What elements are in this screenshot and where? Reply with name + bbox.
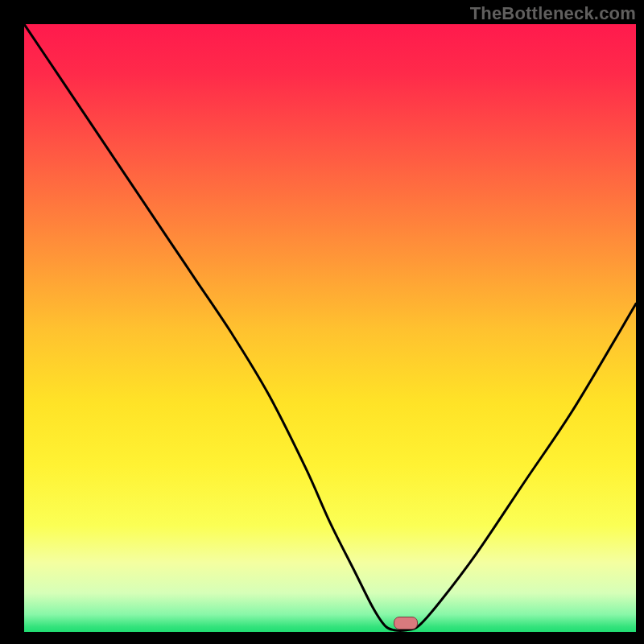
optimal-marker [394, 617, 418, 630]
bottleneck-curve [24, 24, 636, 632]
plot-area [24, 24, 636, 632]
chart-frame: TheBottleneck.com [0, 0, 644, 644]
watermark-text: TheBottleneck.com [470, 3, 636, 24]
